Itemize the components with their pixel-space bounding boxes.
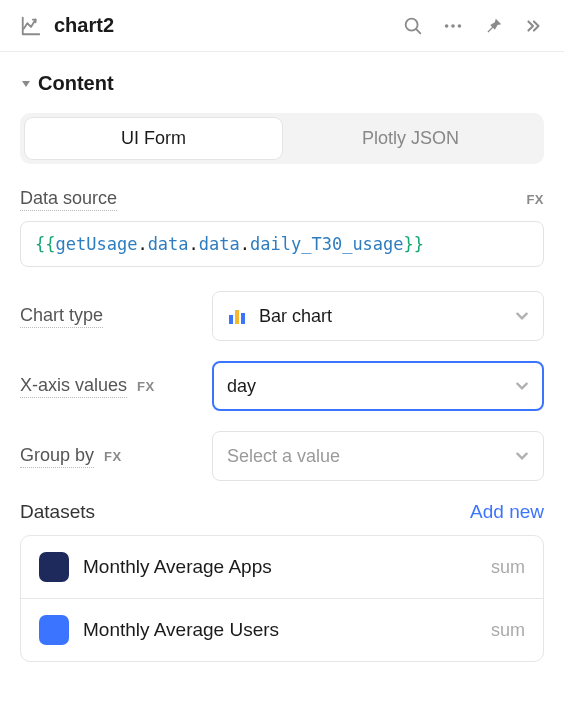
chart-type-label: Chart type	[20, 305, 103, 328]
chart-line-icon	[20, 15, 42, 37]
panel-header: chart2	[0, 0, 564, 52]
color-swatch	[39, 615, 69, 645]
svg-point-3	[451, 24, 455, 28]
chart-type-select[interactable]: Bar chart	[212, 291, 544, 341]
svg-point-4	[458, 24, 462, 28]
x-axis-label: X-axis values	[20, 375, 127, 398]
expr-seg-2: data	[199, 234, 240, 254]
svg-rect-8	[241, 313, 245, 324]
add-new-button[interactable]: Add new	[470, 501, 544, 523]
chart-type-value: Bar chart	[259, 306, 503, 327]
group-by-placeholder: Select a value	[227, 446, 503, 467]
tab-plotly-json[interactable]: Plotly JSON	[282, 118, 539, 159]
header-actions	[402, 15, 544, 37]
more-icon[interactable]	[442, 15, 464, 37]
pin-icon[interactable]	[482, 15, 504, 37]
group-by-select[interactable]: Select a value	[212, 431, 544, 481]
x-axis-row: X-axis values FX day	[20, 361, 544, 411]
svg-rect-7	[235, 310, 239, 324]
fx-badge[interactable]: FX	[137, 379, 155, 394]
expr-seg-1: data	[148, 234, 189, 254]
chevron-down-icon	[515, 379, 529, 393]
fx-badge[interactable]: FX	[104, 449, 122, 464]
datasets-title: Datasets	[20, 501, 95, 523]
expr-close: }}	[404, 234, 424, 254]
svg-rect-6	[229, 315, 233, 324]
bar-chart-icon	[227, 306, 247, 326]
expand-icon[interactable]	[522, 15, 544, 37]
group-by-label: Group by	[20, 445, 94, 468]
caret-down-icon	[20, 78, 32, 90]
dataset-name: Monthly Average Apps	[83, 556, 477, 578]
expr-open: {{	[35, 234, 55, 254]
data-source-label-row: Data source FX	[20, 188, 544, 211]
dataset-row[interactable]: Monthly Average Users sum	[21, 598, 543, 661]
svg-point-2	[445, 24, 449, 28]
dataset-agg: sum	[491, 557, 525, 578]
datasets-list: Monthly Average Apps sum Monthly Average…	[20, 535, 544, 662]
dataset-name: Monthly Average Users	[83, 619, 477, 641]
dataset-row[interactable]: Monthly Average Apps sum	[21, 536, 543, 598]
content-section: Content UI Form Plotly JSON Data source …	[0, 52, 564, 662]
tab-ui-form[interactable]: UI Form	[25, 118, 282, 159]
data-source-label: Data source	[20, 188, 117, 211]
group-by-row: Group by FX Select a value	[20, 431, 544, 481]
x-axis-select[interactable]: day	[212, 361, 544, 411]
section-title: Content	[38, 72, 114, 95]
chevron-down-icon	[515, 449, 529, 463]
expr-seg-0: getUsage	[55, 234, 137, 254]
data-source-input[interactable]: {{getUsage.data.data.daily_T30_usage}}	[20, 221, 544, 267]
datasets-header: Datasets Add new	[20, 501, 544, 523]
section-header[interactable]: Content	[20, 72, 544, 95]
dataset-agg: sum	[491, 620, 525, 641]
svg-line-1	[416, 28, 420, 32]
tabs: UI Form Plotly JSON	[20, 113, 544, 164]
header-left: chart2	[20, 14, 402, 37]
panel-title: chart2	[54, 14, 114, 37]
svg-marker-5	[22, 81, 30, 87]
expr-seg-3: daily_T30_usage	[250, 234, 404, 254]
chevron-down-icon	[515, 309, 529, 323]
search-icon[interactable]	[402, 15, 424, 37]
chart-type-row: Chart type Bar chart	[20, 291, 544, 341]
x-axis-value: day	[227, 376, 503, 397]
color-swatch	[39, 552, 69, 582]
fx-badge[interactable]: FX	[526, 192, 544, 207]
